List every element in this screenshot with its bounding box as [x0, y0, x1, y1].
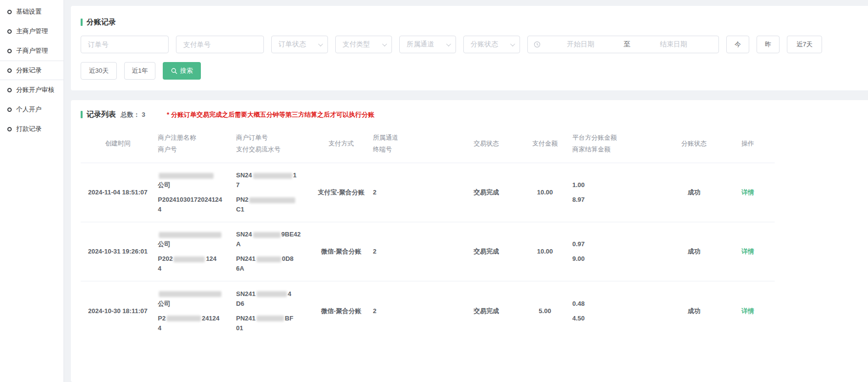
filter-panel-title: 分账记录: [81, 18, 858, 27]
cell-text: 公司: [158, 181, 171, 189]
split-status-select[interactable]: 分账状态: [463, 36, 520, 53]
sidebar-item-main-merchant[interactable]: 主商户管理: [0, 21, 64, 41]
cell-text: 4: [288, 290, 291, 297]
cell-text: D6: [236, 300, 244, 307]
chevron-down-icon: [510, 42, 515, 46]
redacted-blur: [257, 316, 284, 321]
table-row: 2024-10-31 19:26:01公司P2021244SN249BE42AP…: [81, 222, 775, 281]
cell-text: P202: [158, 255, 173, 262]
col-header-channel: 所属通道终端号: [370, 124, 452, 163]
cell-action: 详情: [721, 281, 775, 340]
cell-split_amount: 0.484.50: [569, 281, 667, 340]
sidebar-item-label: 主商户管理: [16, 27, 48, 36]
cell-text: 4.50: [572, 315, 585, 322]
date-range-separator: 至: [621, 40, 633, 49]
circle-icon: [7, 10, 12, 14]
cell-text: 10.00: [537, 248, 553, 255]
cell-text: 交易完成: [474, 307, 499, 315]
filter-row-1: 订单状态 支付类型 所属通道 分账状态 开始日期 至: [81, 36, 858, 53]
detail-link[interactable]: 详情: [741, 248, 754, 255]
cell-pay_amount: 10.00: [521, 222, 569, 281]
cell-order: SN2414D6PN241BF01: [233, 281, 312, 340]
start-date-placeholder: 开始日期: [541, 40, 621, 49]
cell-text: PN2: [236, 196, 248, 203]
table-row: 2024-10-30 18:11:07公司P2241244SN2414D6PN2…: [81, 281, 775, 340]
cell-text: 7: [236, 181, 239, 189]
sidebar-item-payout-records[interactable]: 打款记录: [0, 119, 64, 139]
cell-split_amount: 1.008.97: [569, 163, 667, 222]
pay-type-select[interactable]: 支付类型: [335, 36, 392, 53]
circle-icon: [7, 127, 12, 131]
sidebar-item-personal-account[interactable]: 个人开户: [0, 100, 64, 119]
sidebar-item-split-records[interactable]: 分账记录: [0, 61, 64, 80]
last30days-button[interactable]: 近30天: [81, 62, 117, 80]
main-content: 分账记录 订单状态 支付类型 所属通道 分账状态: [64, 0, 868, 382]
table-row: 2024-11-04 18:51:07公司P202410301720241244…: [81, 163, 775, 222]
yesterday-button[interactable]: 昨: [757, 36, 780, 53]
sidebar-item-sub-merchant[interactable]: 子商户管理: [0, 41, 64, 61]
last1year-button[interactable]: 近1年: [124, 62, 155, 80]
end-date-placeholder: 结束日期: [633, 40, 714, 49]
circle-icon: [7, 29, 12, 34]
cell-text: 交易完成: [474, 189, 499, 196]
search-icon: [171, 68, 177, 74]
records-panel: 记录列表 总数： 3 * 分账订单交易完成之后需要大概五分钟等第三方结算之后才可…: [71, 100, 868, 382]
cell-text: 0D8: [282, 255, 294, 262]
cell-text: 2024-10-31 19:26:01: [88, 248, 148, 255]
records-title: 记录列表: [87, 110, 116, 119]
sidebar-item-label: 分账记录: [16, 66, 42, 75]
cell-split_status: 成功: [667, 163, 721, 222]
channel-select[interactable]: 所属通道: [399, 36, 456, 53]
cell-merchant: 公司P2241244: [155, 281, 233, 340]
sidebar-item-split-account-audit[interactable]: 分账开户审核: [0, 80, 64, 100]
cell-created: 2024-10-30 18:11:07: [81, 281, 155, 340]
col-header-merchant: 商户注册名称商户号: [155, 124, 233, 163]
cell-text: 24124: [202, 315, 219, 322]
circle-icon: [7, 68, 12, 73]
order-no-input[interactable]: [81, 36, 169, 53]
cell-text: 2: [373, 248, 376, 255]
redacted-blur: [253, 232, 281, 238]
cell-text: 8.97: [572, 196, 585, 203]
cell-text: P2: [158, 315, 166, 322]
cell-text: 1: [293, 171, 297, 179]
pay-no-input[interactable]: [176, 36, 264, 53]
cell-pay_amount: 10.00: [521, 163, 569, 222]
cell-text: 9BE42: [282, 231, 301, 238]
detail-link[interactable]: 详情: [741, 307, 754, 315]
date-range-picker[interactable]: 开始日期 至 结束日期: [527, 36, 719, 53]
redacted-blur: [159, 291, 221, 297]
cell-split_status: 成功: [667, 281, 721, 340]
cell-text: 2: [373, 307, 376, 315]
sidebar-item-basic-settings[interactable]: 基础设置: [0, 2, 64, 21]
cell-text: 124: [206, 255, 217, 262]
cell-text: 微信-聚合分账: [321, 248, 361, 255]
cell-order: SN2417PN2C1: [233, 163, 312, 222]
search-button-label: 搜索: [180, 66, 193, 75]
cell-text: 01: [236, 324, 243, 332]
search-button[interactable]: 搜索: [163, 62, 201, 80]
last7days-button[interactable]: 近7天: [787, 36, 822, 53]
detail-link[interactable]: 详情: [741, 189, 754, 196]
chevron-down-icon: [318, 42, 323, 46]
order-status-select[interactable]: 订单状态: [271, 36, 328, 53]
redacted-blur: [167, 316, 201, 321]
filter-panel: 分账记录 订单状态 支付类型 所属通道 分账状态: [71, 6, 868, 90]
redacted-blur: [253, 173, 292, 179]
cell-text: P20241030172024124: [158, 196, 222, 203]
cell-text: 公司: [158, 240, 171, 248]
cell-text: BF: [285, 315, 293, 322]
today-button[interactable]: 今: [726, 36, 749, 53]
table-header-row: 创建时间商户注册名称商户号商户订单号支付交易流水号支付方式所属通道终端号交易状态…: [81, 124, 775, 163]
col-header-pay_method: 支付方式: [312, 124, 370, 163]
cell-merchant: 公司P2021244: [155, 222, 233, 281]
redacted-blur: [249, 197, 295, 203]
settlement-notice: * 分账订单交易完成之后需要大概五分钟等第三方结算之后才可以执行分账: [167, 110, 374, 119]
sidebar-item-label: 基础设置: [16, 7, 42, 16]
sidebar-item-label: 打款记录: [16, 125, 42, 133]
cell-merchant: 公司P202410301720241244: [155, 163, 233, 222]
sidebar: 基础设置 主商户管理 子商户管理 分账记录 分账开户审核 个人开户 打款记录: [0, 0, 64, 382]
cell-pay_method: 微信-聚合分账: [312, 222, 370, 281]
cell-text: 成功: [688, 248, 700, 255]
cell-pay_method: 微信-聚合分账: [312, 281, 370, 340]
